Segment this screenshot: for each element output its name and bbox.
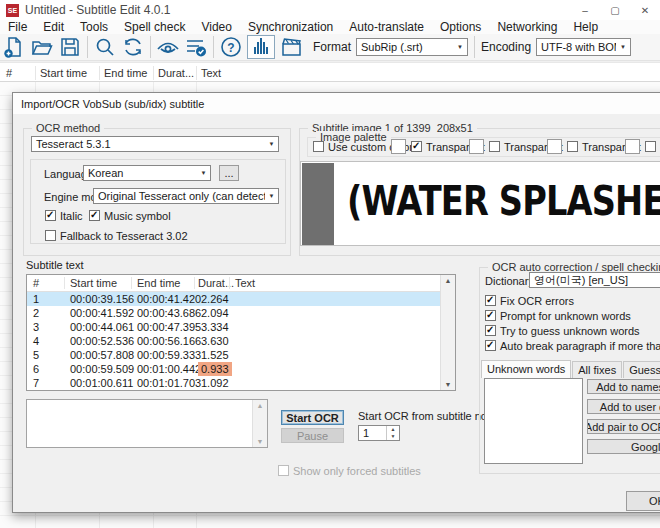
music-symbol-checkbox[interactable] bbox=[89, 210, 100, 221]
column-text[interactable]: Text bbox=[201, 67, 221, 79]
table-header[interactable]: # Start time End time Durat... Text bbox=[27, 275, 455, 292]
table-row[interactable]: 7 00:01:00.611 00:01:01.703 1.092 bbox=[27, 376, 455, 390]
show-forced-label: Show only forced subtitles bbox=[293, 465, 421, 477]
menu-options[interactable]: Options bbox=[432, 20, 489, 34]
help-glyph: ? bbox=[227, 41, 234, 55]
use-custom-colors-checkbox[interactable] bbox=[313, 141, 324, 152]
table-row[interactable]: 3 00:00:44.061 00:00:47.395 3.334 bbox=[27, 320, 455, 334]
column-end-time[interactable]: End time bbox=[104, 67, 147, 79]
google-it-button[interactable]: Google it bbox=[587, 439, 660, 454]
menu-networking[interactable]: Networking bbox=[489, 20, 565, 34]
start-ocr-button[interactable]: Start OCR bbox=[281, 410, 344, 425]
dialog-title-bar[interactable]: Import/OCR VobSub (sub/idx) subtitle bbox=[13, 93, 660, 114]
add-to-user-dictionary-button[interactable]: Add to user dictionary bbox=[587, 399, 660, 414]
new-file-icon[interactable] bbox=[0, 35, 28, 60]
engine-mode-dropdown[interactable]: Original Tesseract only (can detect ital… bbox=[93, 188, 279, 204]
menu-help[interactable]: Help bbox=[565, 20, 606, 34]
maximize-button[interactable]: ▢ bbox=[600, 0, 630, 20]
replace-icon[interactable] bbox=[119, 35, 147, 60]
fix-ocr-errors-checkbox[interactable] bbox=[485, 295, 496, 306]
menu-video[interactable]: Video bbox=[193, 20, 239, 34]
palette-color-swatch[interactable] bbox=[469, 139, 484, 154]
add-to-names-button[interactable]: Add to names/noise list bbox=[587, 379, 660, 394]
subtitle-bitmap-sidebar bbox=[302, 163, 334, 246]
transparent-checkbox-3[interactable] bbox=[567, 141, 578, 152]
save-icon[interactable] bbox=[56, 35, 84, 60]
close-button[interactable]: ✕ bbox=[630, 0, 660, 20]
more-languages-button[interactable]: ... bbox=[219, 165, 239, 181]
spell-check-icon[interactable] bbox=[182, 35, 210, 60]
table-row[interactable]: 4 00:00:52.536 00:00:56.166 3.630 bbox=[27, 334, 455, 348]
main-list-header[interactable]: # Start time End time Durat... Text bbox=[0, 62, 660, 82]
video-icon[interactable] bbox=[277, 35, 305, 60]
import-ocr-dialog: Import/OCR VobSub (sub/idx) subtitle OCR… bbox=[12, 92, 660, 513]
scroll-up-icon[interactable]: ▲ bbox=[445, 275, 452, 286]
music-symbol-label: Music symbol bbox=[104, 210, 171, 222]
chevron-down-icon: ▼ bbox=[265, 141, 278, 147]
column-number[interactable]: # bbox=[6, 67, 12, 79]
menu-tools[interactable]: Tools bbox=[72, 20, 116, 34]
ocr-method-dropdown[interactable]: Tesseract 5.3.1▼ bbox=[31, 136, 279, 152]
prompt-unknown-words-label: Prompt for unknown words bbox=[500, 310, 631, 322]
subtitle-bitmap-text: (WATER SPLASHES bbox=[347, 178, 660, 224]
guess-unknown-words-checkbox[interactable] bbox=[485, 325, 496, 336]
waveform-toggle[interactable] bbox=[247, 35, 275, 59]
start-from-spinner[interactable]: 1 ▲▼ bbox=[358, 425, 400, 441]
palette-color-swatch[interactable] bbox=[625, 139, 640, 154]
unknown-words-list[interactable] bbox=[484, 378, 583, 464]
scroll-down-icon[interactable]: ▼ bbox=[257, 436, 264, 447]
menu-spell-check[interactable]: Spell check bbox=[116, 20, 193, 34]
add-pair-to-ocr-button[interactable]: Add pair to OCR replace list bbox=[587, 419, 660, 434]
column-duration[interactable]: Durat... bbox=[158, 67, 194, 79]
tab-all-fixes[interactable]: All fixes bbox=[572, 361, 622, 378]
minimize-button[interactable]: – bbox=[570, 0, 600, 20]
table-row[interactable]: 6 00:00:59.509 00:01:00.442 0.933 bbox=[27, 362, 455, 376]
auto-break-checkbox[interactable] bbox=[485, 340, 496, 351]
table-row[interactable]: 1 00:00:39.156 00:00:41.420 2.264 bbox=[27, 292, 455, 306]
window-title: Untitled - Subtitle Edit 4.0.1 bbox=[25, 3, 170, 17]
chevron-down-icon: ▼ bbox=[616, 44, 630, 50]
fallback-label: Fallback to Tesseract 3.02 bbox=[60, 230, 188, 242]
encoding-dropdown[interactable]: UTF-8 with BOM▼ bbox=[536, 38, 631, 56]
transparent-checkbox-2[interactable] bbox=[489, 141, 500, 152]
find-icon[interactable] bbox=[91, 35, 119, 60]
menu-synchronization[interactable]: Synchronization bbox=[240, 20, 341, 34]
palette-color-swatch[interactable] bbox=[547, 139, 562, 154]
visual-sync-icon[interactable] bbox=[154, 35, 182, 60]
subtitle-bitmap-view[interactable]: (WATER SPLASHES bbox=[300, 161, 660, 246]
language-dropdown[interactable]: Korean▼ bbox=[83, 165, 211, 181]
spinner-up-icon[interactable]: ▲ bbox=[387, 426, 399, 433]
transparent-checkbox-1[interactable] bbox=[411, 141, 422, 152]
scroll-down-icon[interactable]: ▼ bbox=[445, 379, 452, 390]
dictionary-dropdown[interactable]: 영어(미국) [en_US]▼ bbox=[529, 272, 660, 288]
scroll-up-icon[interactable]: ▲ bbox=[257, 400, 264, 411]
table-row[interactable]: 5 00:00:57.808 00:00:59.333 1.525 bbox=[27, 348, 455, 362]
column-start-time[interactable]: Start time bbox=[70, 277, 117, 289]
table-row[interactable]: 2 00:00:41.592 00:00:43.686 2.094 bbox=[27, 306, 455, 320]
guess-unknown-words-label: Try to guess unknown words bbox=[500, 325, 640, 337]
menu-file[interactable]: File bbox=[0, 20, 35, 34]
fallback-checkbox[interactable] bbox=[45, 230, 56, 241]
italic-checkbox[interactable] bbox=[45, 210, 56, 221]
spinner-value[interactable]: 1 bbox=[359, 426, 386, 440]
format-label: Format bbox=[313, 40, 351, 54]
current-text-area[interactable]: ▲ ▼ bbox=[26, 399, 268, 448]
menu-edit[interactable]: Edit bbox=[35, 20, 72, 34]
prompt-unknown-words-checkbox[interactable] bbox=[485, 310, 496, 321]
open-file-icon[interactable] bbox=[28, 35, 56, 60]
textarea-scrollbar[interactable]: ▲ ▼ bbox=[252, 400, 267, 447]
help-icon[interactable]: ? bbox=[217, 35, 245, 60]
palette-color-swatch[interactable] bbox=[391, 139, 406, 154]
table-scrollbar[interactable]: ▲ ▼ bbox=[440, 275, 455, 390]
column-start-time[interactable]: Start time bbox=[40, 67, 87, 79]
ok-button[interactable]: OK bbox=[626, 491, 660, 511]
column-text[interactable]: Text bbox=[235, 277, 255, 289]
spinner-down-icon[interactable]: ▼ bbox=[387, 433, 399, 440]
column-number[interactable]: # bbox=[33, 277, 39, 289]
tab-guesses-used[interactable]: Guesses used bbox=[623, 361, 660, 378]
column-end-time[interactable]: End time bbox=[137, 277, 180, 289]
menu-auto-translate[interactable]: Auto-translate bbox=[341, 20, 432, 34]
transparent-checkbox-4[interactable] bbox=[645, 141, 656, 152]
tab-unknown-words[interactable]: Unknown words bbox=[481, 360, 571, 378]
format-dropdown[interactable]: SubRip (.srt)▼ bbox=[356, 38, 468, 56]
